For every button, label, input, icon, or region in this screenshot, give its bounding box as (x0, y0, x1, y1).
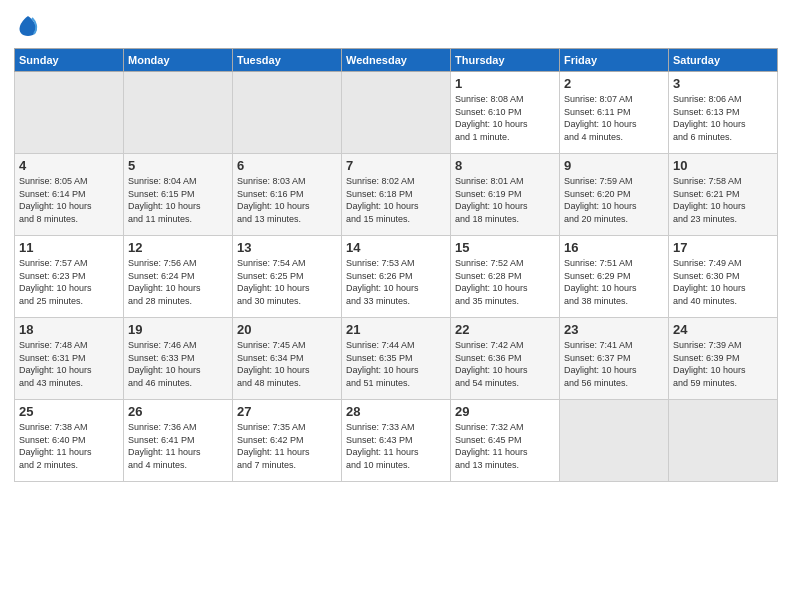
day-info: Sunrise: 7:59 AM Sunset: 6:20 PM Dayligh… (564, 175, 664, 225)
day-info: Sunrise: 7:49 AM Sunset: 6:30 PM Dayligh… (673, 257, 773, 307)
calendar-cell: 12Sunrise: 7:56 AM Sunset: 6:24 PM Dayli… (124, 236, 233, 318)
day-info: Sunrise: 7:52 AM Sunset: 6:28 PM Dayligh… (455, 257, 555, 307)
day-number: 4 (19, 158, 119, 173)
calendar-cell: 18Sunrise: 7:48 AM Sunset: 6:31 PM Dayli… (15, 318, 124, 400)
calendar-cell: 7Sunrise: 8:02 AM Sunset: 6:18 PM Daylig… (342, 154, 451, 236)
day-header-tuesday: Tuesday (233, 49, 342, 72)
calendar-cell: 5Sunrise: 8:04 AM Sunset: 6:15 PM Daylig… (124, 154, 233, 236)
calendar-table: SundayMondayTuesdayWednesdayThursdayFrid… (14, 48, 778, 482)
day-number: 7 (346, 158, 446, 173)
day-number: 2 (564, 76, 664, 91)
day-info: Sunrise: 7:32 AM Sunset: 6:45 PM Dayligh… (455, 421, 555, 471)
day-info: Sunrise: 7:46 AM Sunset: 6:33 PM Dayligh… (128, 339, 228, 389)
day-info: Sunrise: 7:45 AM Sunset: 6:34 PM Dayligh… (237, 339, 337, 389)
day-info: Sunrise: 8:06 AM Sunset: 6:13 PM Dayligh… (673, 93, 773, 143)
day-info: Sunrise: 8:05 AM Sunset: 6:14 PM Dayligh… (19, 175, 119, 225)
calendar-cell: 15Sunrise: 7:52 AM Sunset: 6:28 PM Dayli… (451, 236, 560, 318)
day-number: 5 (128, 158, 228, 173)
calendar-cell: 11Sunrise: 7:57 AM Sunset: 6:23 PM Dayli… (15, 236, 124, 318)
day-number: 16 (564, 240, 664, 255)
day-info: Sunrise: 8:03 AM Sunset: 6:16 PM Dayligh… (237, 175, 337, 225)
calendar-cell: 1Sunrise: 8:08 AM Sunset: 6:10 PM Daylig… (451, 72, 560, 154)
calendar-cell: 4Sunrise: 8:05 AM Sunset: 6:14 PM Daylig… (15, 154, 124, 236)
day-header-sunday: Sunday (15, 49, 124, 72)
day-number: 17 (673, 240, 773, 255)
day-info: Sunrise: 7:54 AM Sunset: 6:25 PM Dayligh… (237, 257, 337, 307)
calendar-cell: 14Sunrise: 7:53 AM Sunset: 6:26 PM Dayli… (342, 236, 451, 318)
calendar-cell: 17Sunrise: 7:49 AM Sunset: 6:30 PM Dayli… (669, 236, 778, 318)
calendar-cell (560, 400, 669, 482)
week-row-3: 18Sunrise: 7:48 AM Sunset: 6:31 PM Dayli… (15, 318, 778, 400)
day-number: 20 (237, 322, 337, 337)
calendar-cell: 13Sunrise: 7:54 AM Sunset: 6:25 PM Dayli… (233, 236, 342, 318)
calendar-cell: 16Sunrise: 7:51 AM Sunset: 6:29 PM Dayli… (560, 236, 669, 318)
calendar-cell: 26Sunrise: 7:36 AM Sunset: 6:41 PM Dayli… (124, 400, 233, 482)
calendar-cell (15, 72, 124, 154)
calendar-cell (233, 72, 342, 154)
calendar-cell: 6Sunrise: 8:03 AM Sunset: 6:16 PM Daylig… (233, 154, 342, 236)
day-number: 8 (455, 158, 555, 173)
calendar-cell: 24Sunrise: 7:39 AM Sunset: 6:39 PM Dayli… (669, 318, 778, 400)
day-number: 3 (673, 76, 773, 91)
calendar-cell: 9Sunrise: 7:59 AM Sunset: 6:20 PM Daylig… (560, 154, 669, 236)
day-number: 26 (128, 404, 228, 419)
day-info: Sunrise: 7:39 AM Sunset: 6:39 PM Dayligh… (673, 339, 773, 389)
day-number: 10 (673, 158, 773, 173)
day-info: Sunrise: 7:58 AM Sunset: 6:21 PM Dayligh… (673, 175, 773, 225)
week-row-2: 11Sunrise: 7:57 AM Sunset: 6:23 PM Dayli… (15, 236, 778, 318)
calendar-cell: 25Sunrise: 7:38 AM Sunset: 6:40 PM Dayli… (15, 400, 124, 482)
day-number: 28 (346, 404, 446, 419)
calendar-cell (669, 400, 778, 482)
week-row-0: 1Sunrise: 8:08 AM Sunset: 6:10 PM Daylig… (15, 72, 778, 154)
week-row-1: 4Sunrise: 8:05 AM Sunset: 6:14 PM Daylig… (15, 154, 778, 236)
day-header-wednesday: Wednesday (342, 49, 451, 72)
calendar-cell: 10Sunrise: 7:58 AM Sunset: 6:21 PM Dayli… (669, 154, 778, 236)
calendar-cell (124, 72, 233, 154)
day-info: Sunrise: 7:42 AM Sunset: 6:36 PM Dayligh… (455, 339, 555, 389)
day-number: 23 (564, 322, 664, 337)
day-info: Sunrise: 7:53 AM Sunset: 6:26 PM Dayligh… (346, 257, 446, 307)
day-number: 21 (346, 322, 446, 337)
day-info: Sunrise: 7:35 AM Sunset: 6:42 PM Dayligh… (237, 421, 337, 471)
day-info: Sunrise: 8:04 AM Sunset: 6:15 PM Dayligh… (128, 175, 228, 225)
day-number: 12 (128, 240, 228, 255)
day-info: Sunrise: 7:41 AM Sunset: 6:37 PM Dayligh… (564, 339, 664, 389)
day-info: Sunrise: 8:02 AM Sunset: 6:18 PM Dayligh… (346, 175, 446, 225)
calendar-cell: 8Sunrise: 8:01 AM Sunset: 6:19 PM Daylig… (451, 154, 560, 236)
calendar-cell: 21Sunrise: 7:44 AM Sunset: 6:35 PM Dayli… (342, 318, 451, 400)
calendar-cell: 2Sunrise: 8:07 AM Sunset: 6:11 PM Daylig… (560, 72, 669, 154)
calendar-container: SundayMondayTuesdayWednesdayThursdayFrid… (0, 0, 792, 612)
day-number: 13 (237, 240, 337, 255)
day-number: 6 (237, 158, 337, 173)
calendar-cell: 3Sunrise: 8:06 AM Sunset: 6:13 PM Daylig… (669, 72, 778, 154)
day-header-thursday: Thursday (451, 49, 560, 72)
calendar-cell: 22Sunrise: 7:42 AM Sunset: 6:36 PM Dayli… (451, 318, 560, 400)
header (14, 12, 778, 40)
day-info: Sunrise: 7:56 AM Sunset: 6:24 PM Dayligh… (128, 257, 228, 307)
day-number: 19 (128, 322, 228, 337)
day-number: 9 (564, 158, 664, 173)
day-info: Sunrise: 8:01 AM Sunset: 6:19 PM Dayligh… (455, 175, 555, 225)
day-info: Sunrise: 7:36 AM Sunset: 6:41 PM Dayligh… (128, 421, 228, 471)
day-info: Sunrise: 7:57 AM Sunset: 6:23 PM Dayligh… (19, 257, 119, 307)
day-info: Sunrise: 7:38 AM Sunset: 6:40 PM Dayligh… (19, 421, 119, 471)
logo-icon (14, 12, 42, 40)
day-info: Sunrise: 8:08 AM Sunset: 6:10 PM Dayligh… (455, 93, 555, 143)
day-number: 25 (19, 404, 119, 419)
day-header-friday: Friday (560, 49, 669, 72)
day-number: 18 (19, 322, 119, 337)
day-info: Sunrise: 7:33 AM Sunset: 6:43 PM Dayligh… (346, 421, 446, 471)
header-row: SundayMondayTuesdayWednesdayThursdayFrid… (15, 49, 778, 72)
day-number: 15 (455, 240, 555, 255)
day-number: 29 (455, 404, 555, 419)
day-number: 24 (673, 322, 773, 337)
day-number: 1 (455, 76, 555, 91)
day-number: 14 (346, 240, 446, 255)
day-header-saturday: Saturday (669, 49, 778, 72)
day-number: 11 (19, 240, 119, 255)
calendar-cell: 20Sunrise: 7:45 AM Sunset: 6:34 PM Dayli… (233, 318, 342, 400)
day-info: Sunrise: 8:07 AM Sunset: 6:11 PM Dayligh… (564, 93, 664, 143)
calendar-cell: 27Sunrise: 7:35 AM Sunset: 6:42 PM Dayli… (233, 400, 342, 482)
day-info: Sunrise: 7:44 AM Sunset: 6:35 PM Dayligh… (346, 339, 446, 389)
calendar-cell: 28Sunrise: 7:33 AM Sunset: 6:43 PM Dayli… (342, 400, 451, 482)
